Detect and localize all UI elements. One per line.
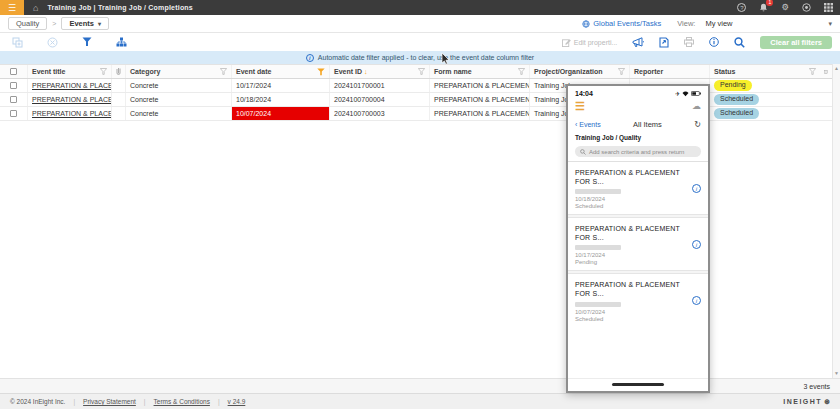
notifications-bell-icon[interactable]: 1 bbox=[759, 3, 768, 12]
view-label: View: bbox=[677, 19, 695, 28]
print-icon[interactable] bbox=[684, 37, 694, 47]
mouse-cursor bbox=[441, 53, 450, 65]
phone-item-title: PREPARATION & PLACEMENT FOR S... bbox=[575, 168, 692, 186]
edit-properties-button[interactable]: Edit properti... bbox=[562, 38, 618, 47]
category-cell: Concrete bbox=[126, 107, 232, 120]
banner-message: Automatic date filter applied - to clear… bbox=[318, 54, 534, 61]
breadcrumb-separator: > bbox=[52, 20, 56, 27]
row-checkbox[interactable] bbox=[0, 93, 28, 106]
phone-status-bar: 14:04 ✈ bbox=[568, 86, 708, 97]
apps-circle-icon[interactable] bbox=[802, 3, 811, 12]
auto-filter-banner: i Automatic date filter applied - to cle… bbox=[0, 51, 840, 64]
status-badge: Scheduled bbox=[714, 108, 759, 118]
clear-all-filters-button[interactable]: Clear all filters bbox=[760, 36, 832, 49]
phone-back-link[interactable]: ‹ Events bbox=[575, 121, 601, 128]
phone-hamburger-icon[interactable]: ☰ bbox=[575, 101, 585, 112]
copyright-text: © 2024 InEight Inc. bbox=[10, 398, 65, 405]
status-badge: Scheduled bbox=[714, 94, 759, 104]
form-name-cell: PREPARATION & PLACEMENT FOR S... bbox=[430, 107, 530, 120]
module-breadcrumb-quality[interactable]: Quality bbox=[8, 17, 47, 30]
ineight-logo: INEIGHT ⊛ bbox=[783, 398, 830, 406]
export-icon[interactable] bbox=[659, 37, 669, 48]
col-reporter[interactable]: Reporter bbox=[630, 65, 710, 78]
active-filter-funnel-icon[interactable] bbox=[317, 68, 325, 76]
home-icon[interactable]: ⌂ bbox=[33, 3, 38, 13]
phone-item-status: Scheduled bbox=[575, 316, 692, 322]
view-caret-icon[interactable]: ▾ bbox=[828, 20, 832, 28]
refresh-icon[interactable]: ↻ bbox=[694, 121, 701, 129]
terms-conditions-link[interactable]: Terms & Conditions bbox=[154, 398, 210, 405]
privacy-statement-link[interactable]: Privacy Statement bbox=[83, 398, 136, 405]
page-selector-events[interactable]: Events ▾ bbox=[61, 17, 109, 30]
version-link[interactable]: v 24.9 bbox=[228, 398, 246, 405]
event-date-cell: 10/18/2024 bbox=[232, 93, 330, 106]
item-info-icon[interactable]: i bbox=[692, 240, 701, 249]
col-attachment[interactable] bbox=[112, 65, 126, 78]
help-icon[interactable]: ? bbox=[737, 3, 746, 12]
search-icon bbox=[580, 149, 586, 155]
cancel-event-icon[interactable] bbox=[47, 37, 58, 48]
wifi-icon bbox=[682, 91, 689, 97]
list-item[interactable]: PREPARATION & PLACEMENT FOR S... 10/17/2… bbox=[575, 218, 701, 270]
hierarchy-icon[interactable] bbox=[116, 37, 127, 47]
sort-desc-icon[interactable]: ↓ bbox=[364, 68, 368, 75]
cloud-sync-icon[interactable]: ☁ bbox=[692, 102, 701, 111]
select-all-checkbox[interactable] bbox=[0, 65, 28, 78]
filter-funnel-icon[interactable] bbox=[518, 68, 525, 75]
scroll-down-icon[interactable]: ▼ bbox=[834, 371, 839, 376]
event-date-cell-overdue: 10/07/2024 bbox=[232, 107, 330, 120]
phone-item-date: 10/07/2024 bbox=[575, 309, 692, 315]
grid-menu-icon[interactable] bbox=[824, 3, 833, 12]
event-title-link[interactable]: PREPARATION & PLACEMENT FOR S... bbox=[32, 82, 112, 89]
main-menu-button[interactable]: ☰ bbox=[0, 0, 24, 15]
row-checkbox[interactable] bbox=[0, 107, 28, 120]
item-info-icon[interactable]: i bbox=[692, 296, 701, 305]
list-item[interactable]: PREPARATION & PLACEMENT FOR S... 10/07/2… bbox=[575, 274, 701, 326]
filter-funnel-icon[interactable] bbox=[418, 68, 425, 75]
filter-funnel-icon[interactable] bbox=[100, 68, 107, 75]
form-name-cell: PREPARATION & PLACEMENT FOR S... bbox=[430, 79, 530, 92]
pencil-icon bbox=[562, 38, 571, 47]
redacted-text bbox=[575, 245, 621, 250]
home-indicator[interactable] bbox=[612, 383, 664, 386]
col-event-date[interactable]: Event date bbox=[232, 65, 330, 78]
filter-funnel-icon[interactable] bbox=[618, 68, 625, 75]
filter-funnel-icon[interactable] bbox=[220, 68, 227, 75]
list-item[interactable]: PREPARATION & PLACEMENT FOR S... 10/18/2… bbox=[575, 162, 701, 214]
search-icon[interactable] bbox=[734, 37, 745, 48]
attachment-cell bbox=[112, 93, 126, 106]
phone-search-input[interactable]: Add search criteria and press return bbox=[575, 146, 701, 157]
col-event-title[interactable]: Event title bbox=[28, 65, 112, 78]
col-category[interactable]: Category bbox=[126, 65, 232, 78]
event-date-cell: 10/17/2024 bbox=[232, 79, 330, 92]
event-title-link[interactable]: PREPARATION & PLACEMENT FOR S... bbox=[32, 110, 112, 117]
notification-badge: 1 bbox=[766, 0, 773, 6]
col-project-organization[interactable]: Project/Organization bbox=[530, 65, 630, 78]
megaphone-icon[interactable] bbox=[632, 37, 644, 48]
col-status[interactable]: Status bbox=[710, 65, 820, 78]
filter-icon[interactable] bbox=[82, 37, 92, 47]
col-form-name[interactable]: Form name bbox=[430, 65, 530, 78]
search-placeholder: Add search criteria and press return bbox=[589, 149, 684, 155]
phone-item-status: Scheduled bbox=[575, 203, 692, 209]
banner-info-icon: i bbox=[306, 54, 314, 62]
item-info-icon[interactable]: i bbox=[692, 184, 701, 193]
grid-header-row: Event title Category Event date Event ID… bbox=[0, 64, 832, 79]
scroll-up-icon[interactable]: ▲ bbox=[834, 66, 839, 71]
col-event-id[interactable]: Event ID ↓ bbox=[330, 65, 430, 78]
view-select[interactable]: My view bbox=[705, 19, 732, 28]
filter-funnel-icon[interactable] bbox=[809, 68, 816, 75]
form-name-cell: PREPARATION & PLACEMENT FOR S... bbox=[430, 93, 530, 106]
global-events-tasks-link[interactable]: Global Events/Tasks bbox=[582, 19, 661, 28]
events-count: 3 events bbox=[804, 383, 830, 390]
event-title-link[interactable]: PREPARATION & PLACEMENT FOR S... bbox=[32, 96, 112, 103]
info-icon[interactable] bbox=[709, 37, 719, 47]
category-cell: Concrete bbox=[126, 93, 232, 106]
settings-gear-icon[interactable]: ⚙ bbox=[781, 3, 789, 12]
copy-event-icon[interactable] bbox=[12, 37, 23, 48]
phone-event-list: PREPARATION & PLACEMENT FOR S... 10/18/2… bbox=[568, 162, 708, 327]
column-chooser-icon[interactable] bbox=[820, 65, 832, 78]
phone-item-date: 10/17/2024 bbox=[575, 252, 692, 258]
row-checkbox[interactable] bbox=[0, 79, 28, 92]
vertical-scrollbar[interactable]: ▲ ▼ bbox=[832, 64, 840, 378]
